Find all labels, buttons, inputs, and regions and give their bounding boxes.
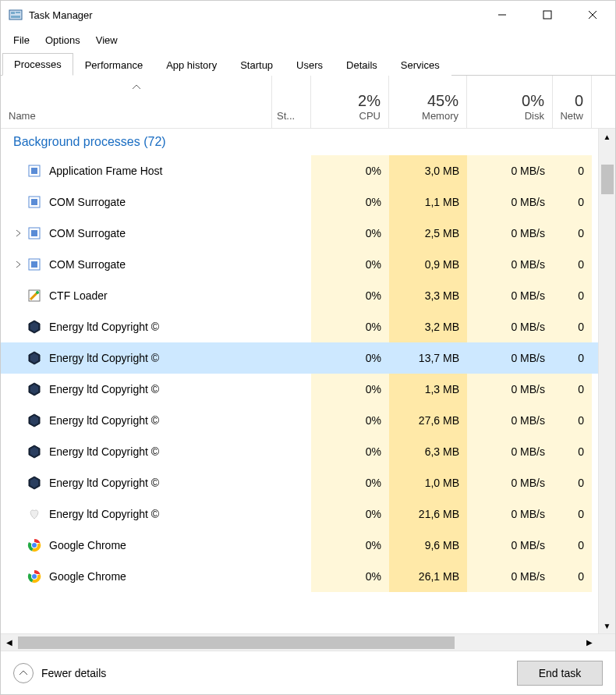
task-manager-window: Task Manager File Options View Processes… bbox=[0, 0, 616, 695]
process-row[interactable]: Energy ltd Copyright ©0%3,2 MB0 MB/s0 bbox=[1, 311, 598, 342]
col-header-disk[interactable]: 0% Disk bbox=[467, 76, 553, 128]
process-row[interactable]: Google Chrome0%9,6 MB0 MB/s0 bbox=[1, 530, 598, 561]
end-task-label: End task bbox=[539, 667, 581, 679]
vertical-scrollbar[interactable]: ▲ ▼ bbox=[598, 129, 615, 633]
vscroll-thumb[interactable] bbox=[601, 165, 614, 194]
cell-cpu: 0% bbox=[311, 374, 389, 405]
cell-net: 0 bbox=[553, 405, 592, 436]
cell-cpu: 0% bbox=[311, 498, 389, 530]
menu-options[interactable]: Options bbox=[39, 33, 87, 48]
tab-performance[interactable]: Performance bbox=[73, 54, 154, 76]
svg-rect-5 bbox=[543, 11, 551, 19]
col-header-cpu[interactable]: 2% CPU bbox=[311, 76, 389, 128]
cell-mem: 9,6 MB bbox=[389, 530, 467, 561]
disk-usage-pct: 0% bbox=[522, 92, 544, 110]
scroll-left-icon[interactable]: ◀ bbox=[1, 634, 18, 651]
hex-icon bbox=[27, 351, 41, 365]
cell-cpu: 0% bbox=[311, 280, 389, 311]
cell-name: Energy ltd Copyright © bbox=[1, 351, 272, 365]
close-button[interactable] bbox=[570, 1, 615, 29]
cell-mem: 2,5 MB bbox=[389, 218, 467, 249]
process-name: Energy ltd Copyright © bbox=[49, 477, 159, 489]
scroll-right-icon[interactable]: ▶ bbox=[581, 634, 598, 651]
cell-net: 0 bbox=[553, 280, 592, 311]
svg-rect-1 bbox=[11, 12, 15, 14]
scroll-up-icon[interactable]: ▲ bbox=[599, 129, 615, 144]
process-row[interactable]: CTF Loader0%3,3 MB0 MB/s0 bbox=[1, 280, 598, 311]
cell-disk: 0 MB/s bbox=[467, 374, 553, 405]
cell-cpu: 0% bbox=[311, 155, 389, 186]
process-row[interactable]: COM Surrogate0%0,9 MB0 MB/s0 bbox=[1, 249, 598, 280]
cell-disk: 0 MB/s bbox=[467, 405, 553, 436]
col-header-name[interactable]: Name bbox=[1, 76, 272, 128]
tab-services[interactable]: Services bbox=[389, 54, 451, 76]
memory-label: Memory bbox=[422, 110, 458, 122]
cell-disk: 0 MB/s bbox=[467, 498, 553, 530]
svg-rect-3 bbox=[11, 16, 20, 18]
cell-disk: 0 MB/s bbox=[467, 280, 553, 311]
expand-chevron-icon[interactable] bbox=[13, 261, 24, 268]
cpu-usage-pct: 2% bbox=[358, 92, 381, 110]
col-header-network[interactable]: 0 Netw bbox=[553, 76, 592, 128]
scroll-down-icon[interactable]: ▼ bbox=[599, 618, 615, 633]
cell-name: COM Surrogate bbox=[1, 226, 272, 240]
cell-name: Google Chrome bbox=[1, 569, 272, 583]
tab-bar: ProcessesPerformanceApp historyStartupUs… bbox=[1, 51, 615, 76]
cell-cpu: 0% bbox=[311, 467, 389, 498]
cell-mem: 3,2 MB bbox=[389, 311, 467, 342]
svg-point-32 bbox=[32, 543, 37, 548]
process-row[interactable]: Google Chrome0%26,1 MB0 MB/s0 bbox=[1, 561, 598, 592]
cell-mem: 1,0 MB bbox=[389, 467, 467, 498]
minimize-button[interactable] bbox=[480, 1, 525, 29]
process-list[interactable]: Background processes (72) Application Fr… bbox=[1, 129, 598, 633]
horizontal-scrollbar[interactable]: ◀ ▶ bbox=[1, 633, 615, 651]
process-name: COM Surrogate bbox=[49, 196, 126, 208]
tab-processes[interactable]: Processes bbox=[2, 53, 73, 76]
process-row[interactable]: Energy ltd Copyright ©0%27,6 MB0 MB/s0 bbox=[1, 405, 598, 436]
process-name: Energy ltd Copyright © bbox=[49, 414, 159, 427]
col-status-label: St... bbox=[277, 110, 295, 122]
process-row[interactable]: Energy ltd Copyright ©0%1,3 MB0 MB/s0 bbox=[1, 374, 598, 405]
titlebar[interactable]: Task Manager bbox=[1, 1, 615, 29]
cell-name: Energy ltd Copyright © bbox=[1, 320, 272, 334]
cell-disk: 0 MB/s bbox=[467, 436, 553, 467]
cell-net: 0 bbox=[553, 155, 592, 186]
col-header-memory[interactable]: 45% Memory bbox=[389, 76, 467, 128]
cell-disk: 0 MB/s bbox=[467, 467, 553, 498]
process-row[interactable]: Energy ltd Copyright ©0%1,0 MB0 MB/s0 bbox=[1, 467, 598, 498]
com-icon bbox=[27, 257, 41, 271]
expand-chevron-icon[interactable] bbox=[13, 229, 24, 237]
cell-disk: 0 MB/s bbox=[467, 561, 553, 592]
com-icon bbox=[27, 195, 41, 209]
menu-view[interactable]: View bbox=[90, 33, 124, 48]
column-headers: Name St... 2% CPU 45% Memory 0% Disk 0 N… bbox=[1, 76, 615, 129]
ctf-icon bbox=[27, 289, 41, 303]
process-row[interactable]: Application Frame Host0%3,0 MB0 MB/s0 bbox=[1, 155, 598, 186]
scroll-corner bbox=[598, 634, 615, 651]
cell-cpu: 0% bbox=[311, 311, 389, 342]
chrome-icon bbox=[27, 538, 41, 552]
menu-file[interactable]: File bbox=[7, 33, 36, 48]
tab-details[interactable]: Details bbox=[335, 54, 389, 76]
process-row[interactable]: Energy ltd Copyright ©0%13,7 MB0 MB/s0 bbox=[1, 342, 598, 374]
cell-mem: 6,3 MB bbox=[389, 436, 467, 467]
end-task-button[interactable]: End task bbox=[517, 661, 603, 686]
maximize-button[interactable] bbox=[525, 1, 570, 29]
process-row[interactable]: COM Surrogate0%2,5 MB0 MB/s0 bbox=[1, 218, 598, 249]
window-title: Task Manager bbox=[29, 9, 480, 21]
tab-app-history[interactable]: App history bbox=[154, 54, 228, 76]
cell-net: 0 bbox=[553, 530, 592, 561]
process-row[interactable]: COM Surrogate0%1,1 MB0 MB/s0 bbox=[1, 186, 598, 218]
process-row[interactable]: Energy ltd Copyright ©0%6,3 MB0 MB/s0 bbox=[1, 436, 598, 467]
cell-cpu: 0% bbox=[311, 218, 389, 249]
hex-icon bbox=[27, 445, 41, 459]
cell-disk: 0 MB/s bbox=[467, 311, 553, 342]
cell-net: 0 bbox=[553, 561, 592, 592]
fewer-details-button[interactable]: Fewer details bbox=[13, 663, 106, 683]
hscroll-thumb[interactable] bbox=[18, 636, 455, 649]
process-row[interactable]: Energy ltd Copyright ©0%21,6 MB0 MB/s0 bbox=[1, 498, 598, 530]
tab-users[interactable]: Users bbox=[285, 54, 335, 76]
group-header-background[interactable]: Background processes (72) bbox=[1, 129, 598, 155]
col-header-status[interactable]: St... bbox=[272, 76, 311, 128]
tab-startup[interactable]: Startup bbox=[228, 54, 285, 76]
